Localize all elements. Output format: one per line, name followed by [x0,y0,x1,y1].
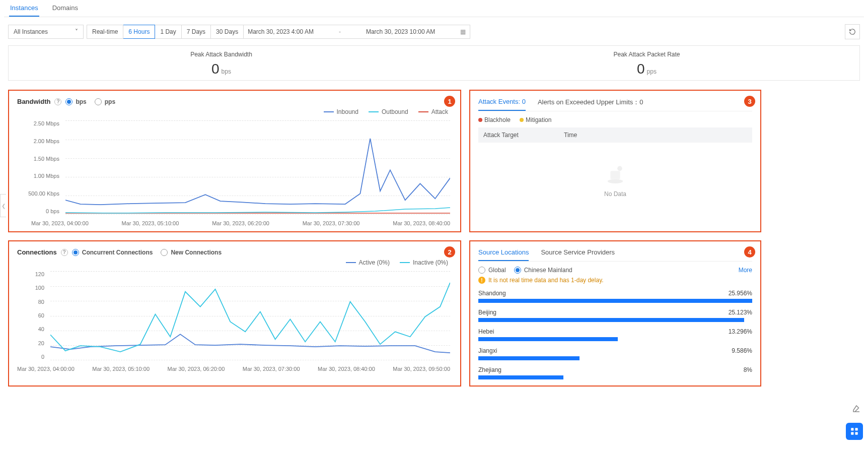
svg-rect-1 [610,171,620,179]
seg-realtime[interactable]: Real-time [87,25,123,39]
source-pct: 9.586% [732,347,752,354]
bandwidth-unit-group: bps pps [65,98,115,105]
source-bar-row: Hebei13.296% [478,328,752,341]
legend-inactive[interactable]: Inactive (0%) [400,259,448,266]
tab-instances[interactable]: Instances [9,0,39,17]
seg-30days[interactable]: 30 Days [211,25,244,39]
tab-attack-events[interactable]: Attack Events: 0 [478,98,526,111]
help-icon[interactable]: ? [54,98,61,105]
source-name: Shandong [478,290,506,297]
source-pct: 8% [744,366,752,373]
source-name: Jiangxi [478,347,497,354]
no-data-text: No Data [604,190,626,198]
sources-bar-list: Shandong25.956%Beijing25.123%Hebei13.296… [478,290,752,379]
kpi-pr-label: Peak Attack Packet Rate [434,51,859,58]
panel-badge-2: 2 [444,246,455,258]
col-attack-target: Attack Target [483,132,564,139]
source-name: Hebei [478,328,494,335]
source-name: Beijing [478,309,496,316]
connections-yticks: 120 100 80 60 40 20 0 [17,271,47,360]
top-tabs: Instances Domains [4,0,864,17]
source-pct: 13.296% [729,328,752,335]
legend-blackhole: Blackhole [478,116,511,123]
seg-1day[interactable]: 1 Day [155,25,181,39]
radio-pps[interactable]: pps [95,98,115,105]
source-pct: 25.956% [729,290,752,297]
panel-badge-3: 3 [744,96,755,107]
radio-global[interactable]: Global [478,267,506,274]
connections-type-group: Concurrent Connections New Connections [72,249,222,256]
source-bar-row: Zhejiang8% [478,366,752,379]
seg-7days[interactable]: 7 Days [182,25,211,39]
bandwidth-title: Bandwidth [17,98,50,105]
legend-attack[interactable]: Attack [418,108,448,115]
panel-attack-events: 3 Attack Events: 0 Alerts on Exceeded Up… [469,90,761,232]
bandwidth-yticks: 2.50 Mbps 2.00 Mbps 1.50 Mbps 1.00 Mbps … [17,120,62,214]
kpi-pr-value: 0 [637,61,645,77]
panel-bandwidth: 1 Bandwidth ? bps pps Inbound Outbound A… [8,90,461,232]
radio-bps[interactable]: bps [65,98,86,105]
legend-mitigation: Mitigation [520,116,551,123]
panel-badge-1: 1 [444,96,455,107]
kpi-peak-packet-rate: Peak Attack Packet Rate 0pps [434,51,859,77]
source-name: Zhejiang [478,366,501,373]
bandwidth-legend: Inbound Outbound Attack [17,105,452,118]
kpi-bw-unit: bps [222,68,231,75]
connections-xticks: Mar 30, 2023, 04:00:00 Mar 30, 2023, 05:… [17,366,450,372]
refresh-button[interactable] [845,24,860,39]
chevron-down-icon: ˅ [75,28,78,35]
events-table-header: Attack Target Time [478,127,752,143]
connections-legend: Active (0%) Inactive (0%) [17,256,452,269]
help-icon[interactable]: ? [61,249,68,256]
panel-badge-4: 4 [744,246,755,258]
radio-new[interactable]: New Connections [161,249,222,256]
tab-domains[interactable]: Domains [51,0,79,17]
tab-alerts[interactable]: Alerts on Exceeded Upper Limits：0 [538,98,643,111]
radio-concurrent[interactable]: Concurrent Connections [72,249,153,256]
source-bar-row: Beijing25.123% [478,309,752,322]
kpi-row: Peak Attack Bandwidth 0bps Peak Attack P… [8,45,860,81]
date-dash: - [339,28,341,35]
calendar-icon: ▦ [460,28,466,35]
events-tabs: Attack Events: 0 Alerts on Exceeded Uppe… [478,98,752,111]
tab-source-locations[interactable]: Source Locations [478,248,529,261]
events-legend: Blackhole Mitigation [478,116,752,123]
source-bar-row: Jiangxi9.586% [478,347,752,360]
connections-chart: 120 100 80 60 40 20 0 Mar 30, 2023, [17,271,452,372]
empty-icon [604,163,626,185]
kpi-pr-unit: pps [647,68,657,75]
seg-6hours[interactable]: 6 Hours [123,25,155,39]
panel-connections: 2 Connections ? Concurrent Connections N… [8,240,461,387]
panel-source-locations: 4 Source Locations Source Service Provid… [469,240,761,387]
sources-tabs: Source Locations Source Service Provider… [478,248,752,262]
svg-point-0 [608,179,623,183]
kpi-bw-value: 0 [211,61,220,77]
legend-outbound[interactable]: Outbound [369,108,408,115]
svg-point-2 [617,166,622,171]
source-bar-row: Shandong25.956% [478,290,752,303]
events-empty: No Data [478,143,752,218]
source-pct: 25.123% [729,309,752,316]
warning-icon: ! [478,277,485,284]
instance-select-value: All Instances [14,28,48,35]
sources-more-link[interactable]: More [739,267,752,274]
date-range-picker[interactable]: March 30, 2023 4:00 AM - March 30, 2023 … [244,25,470,39]
connections-title: Connections [17,248,57,256]
legend-inbound[interactable]: Inbound [324,108,358,115]
filter-row: All Instances ˅ Real-time 6 Hours 1 Day … [4,17,864,45]
instance-select[interactable]: All Instances ˅ [8,25,84,39]
side-expand-handle[interactable]: ❮ [0,194,6,217]
connections-plot [50,271,450,360]
col-time: Time [564,132,747,139]
connections-header: Connections ? Concurrent Connections New… [17,248,452,256]
bandwidth-plot [65,120,450,214]
kpi-peak-bandwidth: Peak Attack Bandwidth 0bps [9,51,434,77]
date-to: March 30, 2023 10:00 AM [366,28,435,35]
tab-source-providers[interactable]: Source Service Providers [541,248,615,261]
radio-chinese-mainland[interactable]: Chinese Mainland [514,267,572,274]
legend-active[interactable]: Active (0%) [346,259,390,266]
date-from: March 30, 2023 4:00 AM [248,28,314,35]
sources-region-group: Global Chinese Mainland [478,267,572,274]
bandwidth-header: Bandwidth ? bps pps [17,98,452,105]
bandwidth-chart: 2.50 Mbps 2.00 Mbps 1.50 Mbps 1.00 Mbps … [17,120,452,226]
